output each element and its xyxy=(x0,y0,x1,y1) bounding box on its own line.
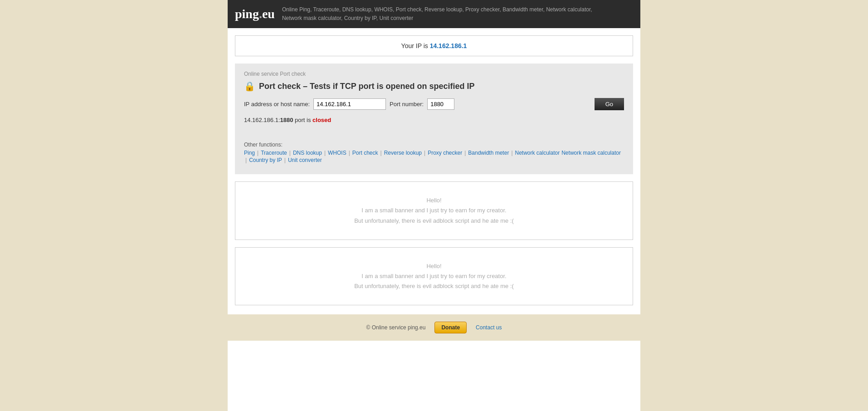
link-bandwidth-meter[interactable]: Bandwidth meter xyxy=(468,150,509,156)
contact-link[interactable]: Contact us xyxy=(476,324,502,331)
ip-banner: Your IP is 14.162.186.1 xyxy=(235,35,633,56)
port-check-section: Online service Port check 🔒 Port check –… xyxy=(235,64,633,174)
service-title: 🔒 Port check – Tests if TCP port is open… xyxy=(244,81,624,92)
donate-button[interactable]: Donate xyxy=(434,322,467,333)
result-port: 1880 xyxy=(280,117,293,123)
site-header: ping.eu Online Ping, Traceroute, DNS loo… xyxy=(228,0,640,28)
service-title-text: Port check – Tests if TCP port is opened… xyxy=(259,82,474,91)
link-network-mask-calculator[interactable]: Network mask calculator xyxy=(561,150,621,156)
link-ping[interactable]: Ping xyxy=(244,150,255,156)
port-check-form: IP address or host name: Port number: Go xyxy=(244,98,624,110)
site-logo[interactable]: ping.eu xyxy=(235,7,275,21)
link-network-calculator[interactable]: Network calculator xyxy=(515,150,560,156)
ip-input[interactable] xyxy=(313,98,386,110)
result-ip: 14.162.186.1: xyxy=(244,117,280,123)
other-functions-label: Other functions: xyxy=(244,142,283,148)
ip-value: 14.162.186.1 xyxy=(430,42,467,49)
port-label: Port number: xyxy=(390,101,424,108)
ad-banner-2: Hello! I am a small banner and I just tr… xyxy=(235,247,633,305)
port-input[interactable] xyxy=(427,98,454,110)
ip-label: IP address or host name: xyxy=(244,101,310,108)
logo-dot: . xyxy=(259,7,262,21)
link-port-check[interactable]: Port check xyxy=(352,150,378,156)
other-functions-links: Ping | Traceroute | DNS lookup | WHOIS |… xyxy=(244,150,624,163)
link-unit-converter[interactable]: Unit converter xyxy=(288,157,322,163)
result-status: closed xyxy=(312,117,331,123)
link-whois[interactable]: WHOIS xyxy=(328,150,346,156)
link-proxy-checker[interactable]: Proxy checker xyxy=(428,150,462,156)
site-footer: © Online service ping.eu Donate Contact … xyxy=(228,314,640,341)
go-button[interactable]: Go xyxy=(595,98,624,110)
link-reverse-lookup[interactable]: Reverse lookup xyxy=(384,150,422,156)
header-tagline: Online Ping, Traceroute, DNS lookup, WHO… xyxy=(282,5,592,23)
result-text: 14.162.186.1:1880 port is closed xyxy=(244,117,624,123)
ad-banner-1: Hello! I am a small banner and I just tr… xyxy=(235,181,633,240)
link-traceroute[interactable]: Traceroute xyxy=(261,150,287,156)
copyright: © Online service ping.eu xyxy=(366,324,426,331)
link-dns-lookup[interactable]: DNS lookup xyxy=(293,150,322,156)
lock-icon: 🔒 xyxy=(244,81,255,92)
other-functions: Other functions: Ping | Traceroute | DNS… xyxy=(244,142,624,163)
breadcrumb: Online service Port check xyxy=(244,71,624,77)
link-country-by-ip[interactable]: Country by IP xyxy=(249,157,282,163)
